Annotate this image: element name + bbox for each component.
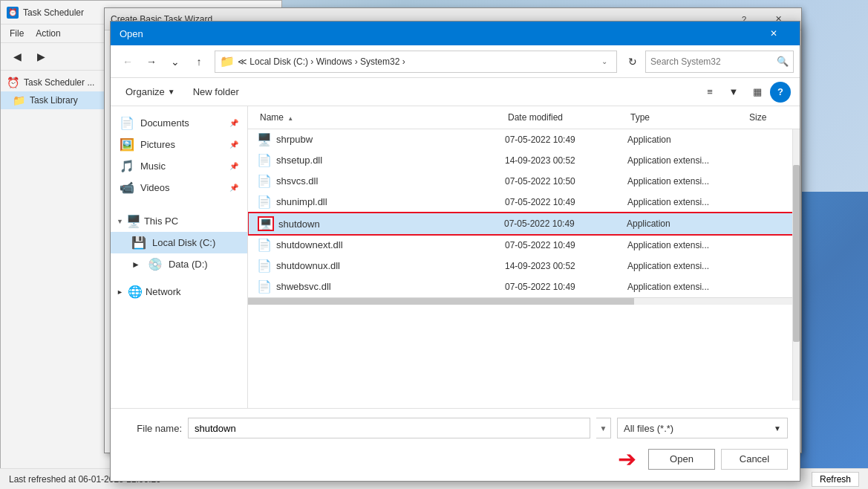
shutdown-icon: 🖥️ <box>258 216 274 231</box>
nav-back-btn[interactable]: ← <box>117 51 139 73</box>
sidebar-item-videos[interactable]: 📹 Videos 📌 <box>111 177 247 198</box>
videos-pin-icon: 📌 <box>229 184 238 192</box>
task-scheduler-icon2: ⏰ <box>7 77 19 88</box>
sidebar-item-documents[interactable]: 📄 Documents 📌 <box>111 112 247 134</box>
filename-label: File name: <box>123 423 182 434</box>
horizontal-scrollbar[interactable] <box>248 297 800 305</box>
dialog-titlebar: Open ✕ <box>111 22 800 45</box>
filename-row: File name: ▼ All files (*.*) ▼ <box>123 418 788 438</box>
shutdownext-icon: 📄 <box>257 238 272 252</box>
sidebar-item-data-disk[interactable]: ► 💿 Data (D:) <box>111 253 247 275</box>
file-row-shutdownext[interactable]: 📄 shutdownext.dll 07-05-2022 10:49 Appli… <box>248 235 800 256</box>
cancel-btn[interactable]: Cancel <box>721 449 788 470</box>
documents-icon: 📄 <box>120 116 134 130</box>
task-scheduler-sidebar: ⏰ Task Scheduler ... 📁 Task Library <box>1 71 120 489</box>
task-library-item[interactable]: 📁 Task Library <box>1 91 119 109</box>
task-scheduler-icon: ⏰ <box>7 7 19 19</box>
shrpubw-icon: 🖥️ <box>257 132 272 146</box>
menu-action[interactable]: Action <box>30 26 66 41</box>
help-btn[interactable]: ? <box>770 82 791 103</box>
col-date-header[interactable]: Date modified <box>505 111 627 124</box>
dialog-nav-toolbar: ← → ⌄ ↑ 📁 ≪ Local Disk (C:) › Windows › … <box>111 45 800 78</box>
nav-up-btn[interactable]: ↑ <box>188 51 210 73</box>
file-row-shsetup[interactable]: 📄 shsetup.dll 14-09-2023 00:52 Applicati… <box>248 150 800 171</box>
open-dialog: Open ✕ ← → ⌄ ↑ 📁 ≪ Local Disk (C:) › Win… <box>110 21 800 482</box>
open-btn[interactable]: Open <box>648 449 715 470</box>
filetype-select[interactable]: All files (*.*) ▼ <box>617 418 788 438</box>
arrow-container: ➔ <box>618 446 636 472</box>
file-row-shunimpl[interactable]: 📄 shunimpl.dll 07-05-2022 10:49 Applicat… <box>248 192 800 213</box>
address-refresh-btn[interactable]: ↻ <box>621 51 644 73</box>
open-arrow-icon: ➔ <box>618 446 636 472</box>
file-list-header: Name ▲ Date modified Type Size <box>248 106 800 129</box>
file-row-shutdownux[interactable]: 📄 shutdownux.dll 14-09-2023 00:52 Applic… <box>248 256 800 276</box>
view-panel-btn[interactable]: ▦ <box>746 82 769 103</box>
sidebar-item-pictures[interactable]: 🖼️ Pictures 📌 <box>111 134 247 155</box>
filename-dropdown-btn[interactable]: ▼ <box>596 418 611 438</box>
address-dropdown-btn[interactable]: ⌄ <box>597 51 612 73</box>
network-icon: 🌐 <box>128 285 143 299</box>
music-icon: 🎵 <box>120 159 134 173</box>
col-size-header[interactable]: Size <box>746 111 791 124</box>
shsetup-icon: 📄 <box>257 153 272 167</box>
dialog-close-btn[interactable]: ✕ <box>757 22 791 45</box>
dialog-title: Open <box>120 28 143 39</box>
col-type-header[interactable]: Type <box>627 111 746 124</box>
documents-pin-icon: 📌 <box>229 119 238 127</box>
view-dropdown-btn[interactable]: ▼ <box>722 82 745 103</box>
dialog-bottom: File name: ▼ All files (*.*) ▼ ➔ Open Ca… <box>111 408 800 481</box>
dialog-action-toolbar: Organize ▼ New folder ≡ ▼ ▦ ? <box>111 78 800 106</box>
file-row-shsvcs[interactable]: 📄 shsvcs.dll 07-05-2022 10:50 Applicatio… <box>248 171 800 192</box>
task-library-icon: 📁 <box>7 94 25 106</box>
dialog-body: 📄 Documents 📌 🖼️ Pictures 📌 🎵 Music 📌 📹 … <box>111 106 800 408</box>
search-input[interactable] <box>650 56 774 67</box>
file-row-shutdown[interactable]: 🖥️ shutdown 07-05-2022 10:49 Application <box>248 213 800 235</box>
h-scrollbar-thumb[interactable] <box>248 298 634 305</box>
file-row-shwebsvc[interactable]: 📄 shwebsvc.dll 07-05-2022 10:49 Applicat… <box>248 276 800 297</box>
filename-input[interactable] <box>188 418 590 438</box>
folder-icon: 📁 <box>220 54 235 68</box>
network-expand-icon: ► <box>117 288 123 296</box>
file-row-shrpubw[interactable]: 🖥️ shrpubw 07-05-2022 10:49 Application <box>248 129 800 150</box>
back-toolbar-btn[interactable]: ◀ <box>7 46 27 67</box>
filetype-chevron-icon: ▼ <box>774 424 781 433</box>
menu-file[interactable]: File <box>4 26 30 41</box>
view-controls: ≡ ▼ ▦ ? <box>699 82 791 103</box>
this-pc-icon: 🖥️ <box>126 214 141 228</box>
search-icon: 🔍 <box>777 56 789 67</box>
nav-dropdown-btn[interactable]: ⌄ <box>164 51 186 73</box>
organize-btn[interactable]: Organize ▼ <box>120 83 181 100</box>
search-box: 🔍 <box>645 51 794 73</box>
task-scheduler-title: ⏰ Task Scheduler <box>7 7 84 19</box>
this-pc-chevron-icon: ▼ <box>117 218 123 225</box>
breadcrumb: ≪ Local Disk (C:) › Windows › System32 › <box>238 56 594 67</box>
forward-toolbar-btn[interactable]: ▶ <box>30 46 51 67</box>
data-disk-icon: 💿 <box>148 257 163 271</box>
file-list: Name ▲ Date modified Type Size 🖥️ shrpub… <box>248 106 800 408</box>
task-scheduler-library-item[interactable]: ⏰ Task Scheduler ... <box>1 74 119 91</box>
shsvcs-icon: 📄 <box>257 174 272 188</box>
organize-chevron-icon: ▼ <box>168 88 175 96</box>
shwebsvc-icon: 📄 <box>257 279 272 294</box>
sort-indicator: ▲ <box>287 115 293 122</box>
v-scrollbar-thumb[interactable] <box>793 165 800 342</box>
dialog-sidebar: 📄 Documents 📌 🖼️ Pictures 📌 🎵 Music 📌 📹 … <box>111 106 248 408</box>
pictures-pin-icon: 📌 <box>229 140 238 149</box>
buttons-row: ➔ Open Cancel <box>123 446 788 472</box>
nav-forward-btn[interactable]: → <box>140 51 163 73</box>
music-pin-icon: 📌 <box>229 162 238 170</box>
view-list-btn[interactable]: ≡ <box>699 82 721 103</box>
sidebar-item-local-disk[interactable]: 💾 Local Disk (C:) <box>111 232 247 253</box>
local-disk-icon: 💾 <box>131 236 146 250</box>
this-pc-section[interactable]: ▼ 🖥️ This PC <box>111 210 247 232</box>
vertical-scrollbar[interactable] <box>792 106 800 401</box>
sidebar-item-music[interactable]: 🎵 Music 📌 <box>111 155 247 177</box>
refresh-status-btn[interactable]: Refresh <box>812 472 859 487</box>
expand-data-icon: ► <box>131 259 140 270</box>
col-name-header[interactable]: Name ▲ <box>257 111 505 124</box>
new-folder-btn[interactable]: New folder <box>187 83 245 100</box>
network-section[interactable]: ► 🌐 Network <box>111 281 247 302</box>
shutdownux-icon: 📄 <box>257 259 272 273</box>
shunimpl-icon: 📄 <box>257 195 272 209</box>
address-bar[interactable]: 📁 ≪ Local Disk (C:) › Windows › System32… <box>215 51 617 73</box>
